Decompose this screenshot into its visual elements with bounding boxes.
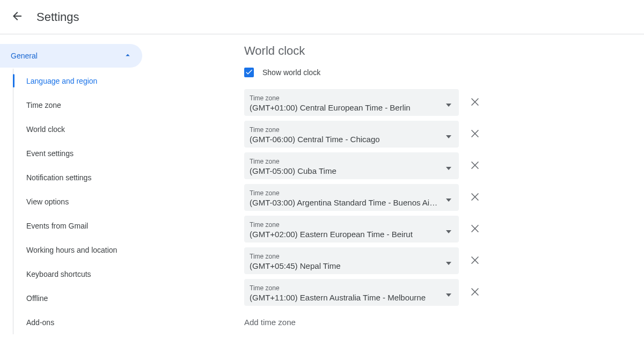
timezone-value: (GMT-06:00) Central Time - Chicago: [250, 134, 446, 145]
remove-timezone-button[interactable]: [469, 254, 481, 267]
timezone-select[interactable]: Time zone(GMT+05:45) Nepal Time: [244, 247, 459, 274]
sidebar-item[interactable]: Working hours and location: [13, 238, 142, 262]
timezone-select-text: Time zone(GMT+11:00) Eastern Australia T…: [250, 284, 446, 304]
chevron-down-icon: [446, 163, 451, 172]
sidebar-item[interactable]: World clock: [13, 117, 142, 141]
body: General Language and regionTime zoneWorl…: [0, 34, 644, 338]
timezone-select[interactable]: Time zone(GMT+02:00) Eastern European Ti…: [244, 216, 459, 243]
remove-timezone-button[interactable]: [469, 159, 481, 172]
close-icon: [469, 254, 481, 268]
sidebar-item[interactable]: Keyboard shortcuts: [13, 262, 142, 286]
sidebar-item-label: Time zone: [26, 101, 61, 109]
timezone-field-label: Time zone: [250, 253, 446, 260]
timezone-field-label: Time zone: [250, 126, 446, 134]
sidebar-item[interactable]: Language and region: [13, 69, 142, 93]
close-icon: [469, 286, 481, 299]
timezone-row: Time zone(GMT+05:45) Nepal Time: [244, 247, 644, 274]
chevron-up-icon: [123, 50, 133, 62]
section-title: World clock: [244, 44, 644, 58]
sidebar-item[interactable]: Event settings: [13, 141, 142, 165]
close-icon: [469, 223, 481, 236]
chevron-down-icon: [446, 258, 451, 267]
sidebar-item[interactable]: View options: [13, 189, 142, 214]
timezone-select[interactable]: Time zone(GMT-05:00) Cuba Time: [244, 152, 459, 179]
arrow-left-icon: [11, 10, 24, 24]
chevron-down-icon: [446, 131, 451, 140]
sidebar-item[interactable]: Time zone: [13, 93, 142, 117]
sidebar-item-label: Keyboard shortcuts: [26, 270, 91, 278]
close-icon: [469, 159, 481, 173]
timezone-field-label: Time zone: [250, 189, 446, 197]
chevron-down-icon: [446, 290, 451, 298]
sidebar-item-label: Add-ons: [26, 318, 54, 327]
timezone-select-text: Time zone(GMT+02:00) Eastern European Ti…: [250, 221, 446, 240]
timezone-field-label: Time zone: [250, 94, 446, 102]
sidebar-section-general[interactable]: General: [0, 44, 142, 68]
timezone-field-label: Time zone: [250, 221, 446, 229]
timezone-select-text: Time zone(GMT+05:45) Nepal Time: [250, 253, 446, 272]
sidebar-item[interactable]: Offline: [13, 286, 142, 310]
timezone-row: Time zone(GMT-05:00) Cuba Time: [244, 152, 644, 179]
timezone-field-label: Time zone: [250, 284, 446, 292]
back-button[interactable]: [4, 4, 30, 30]
sidebar-item-label: View options: [26, 197, 69, 206]
timezone-row: Time zone(GMT+01:00) Central European Ti…: [244, 89, 644, 116]
close-icon: [469, 191, 481, 204]
timezone-select[interactable]: Time zone(GMT+11:00) Eastern Australia T…: [244, 279, 459, 306]
remove-timezone-button[interactable]: [469, 286, 481, 299]
sidebar: General Language and regionTime zoneWorl…: [0, 34, 142, 338]
remove-timezone-button[interactable]: [469, 223, 481, 236]
header: Settings: [0, 0, 644, 34]
timezone-row: Time zone(GMT-03:00) Argentina Standard …: [244, 184, 644, 211]
timezone-select-text: Time zone(GMT-03:00) Argentina Standard …: [250, 189, 446, 209]
sidebar-nav-list: Language and regionTime zoneWorld clockE…: [13, 69, 142, 334]
timezone-value: (GMT-05:00) Cuba Time: [250, 165, 446, 177]
sidebar-item-label: Event settings: [26, 149, 74, 158]
sidebar-section-label: General: [11, 52, 38, 60]
remove-timezone-button[interactable]: [469, 96, 481, 109]
timezone-row: Time zone(GMT+11:00) Eastern Australia T…: [244, 279, 644, 306]
chevron-down-icon: [446, 100, 451, 108]
sidebar-item-label: Language and region: [26, 77, 97, 85]
remove-timezone-button[interactable]: [469, 128, 481, 141]
close-icon: [469, 128, 481, 141]
remove-timezone-button[interactable]: [469, 191, 481, 204]
timezone-value: (GMT+02:00) Eastern European Time - Beir…: [250, 229, 446, 240]
timezone-select-text: Time zone(GMT+01:00) Central European Ti…: [250, 94, 446, 114]
sidebar-item-label: Offline: [26, 294, 48, 303]
chevron-down-icon: [446, 226, 451, 235]
timezone-value: (GMT+05:45) Nepal Time: [250, 260, 446, 272]
timezone-select[interactable]: Time zone(GMT+01:00) Central European Ti…: [244, 89, 459, 116]
timezone-select[interactable]: Time zone(GMT-06:00) Central Time - Chic…: [244, 121, 459, 148]
timezone-row: Time zone(GMT-06:00) Central Time - Chic…: [244, 121, 644, 148]
sidebar-item-label: World clock: [26, 125, 65, 134]
sidebar-item[interactable]: Add-ons: [13, 310, 142, 334]
timezone-select-text: Time zone(GMT-06:00) Central Time - Chic…: [250, 126, 446, 145]
chevron-down-icon: [446, 195, 451, 203]
timezone-value: (GMT-03:00) Argentina Standard Time - Bu…: [250, 197, 446, 209]
sidebar-item-label: Notification settings: [26, 173, 91, 182]
show-world-clock-label: Show world clock: [262, 68, 320, 77]
timezone-value: (GMT+11:00) Eastern Australia Time - Mel…: [250, 292, 446, 304]
show-world-clock-checkbox[interactable]: [244, 68, 254, 77]
check-icon: [245, 68, 253, 78]
show-world-clock-row: Show world clock: [244, 68, 644, 77]
sidebar-item-label: Events from Gmail: [26, 222, 88, 230]
timezone-row: Time zone(GMT+02:00) Eastern European Ti…: [244, 216, 644, 243]
add-timezone-link[interactable]: Add time zone: [244, 318, 644, 327]
timezone-field-label: Time zone: [250, 158, 446, 165]
timezone-value: (GMT+01:00) Central European Time - Berl…: [250, 102, 446, 114]
sidebar-item-label: Working hours and location: [26, 246, 117, 254]
timezone-select[interactable]: Time zone(GMT-03:00) Argentina Standard …: [244, 184, 459, 211]
sidebar-item[interactable]: Events from Gmail: [13, 214, 142, 238]
sidebar-item[interactable]: Notification settings: [13, 165, 142, 189]
page-title: Settings: [36, 10, 79, 24]
close-icon: [469, 96, 481, 109]
main-content: World clock Show world clock Time zone(G…: [142, 34, 644, 338]
timezone-list: Time zone(GMT+01:00) Central European Ti…: [244, 89, 644, 306]
timezone-select-text: Time zone(GMT-05:00) Cuba Time: [250, 158, 446, 177]
